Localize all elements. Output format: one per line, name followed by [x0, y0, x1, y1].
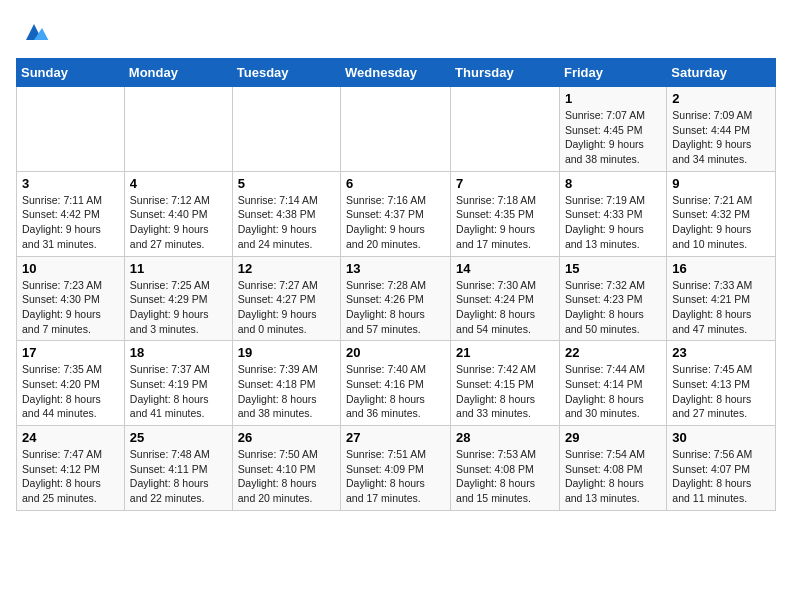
day-cell: 2Sunrise: 7:09 AMSunset: 4:44 PMDaylight…: [667, 87, 776, 172]
day-info: Sunrise: 7:44 AMSunset: 4:14 PMDaylight:…: [565, 362, 661, 421]
day-cell: 27Sunrise: 7:51 AMSunset: 4:09 PMDayligh…: [341, 426, 451, 511]
day-cell: [232, 87, 340, 172]
day-info: Sunrise: 7:16 AMSunset: 4:37 PMDaylight:…: [346, 193, 445, 252]
day-cell: 14Sunrise: 7:30 AMSunset: 4:24 PMDayligh…: [451, 256, 560, 341]
day-info: Sunrise: 7:33 AMSunset: 4:21 PMDaylight:…: [672, 278, 770, 337]
day-info: Sunrise: 7:32 AMSunset: 4:23 PMDaylight:…: [565, 278, 661, 337]
day-cell: 6Sunrise: 7:16 AMSunset: 4:37 PMDaylight…: [341, 171, 451, 256]
day-cell: [124, 87, 232, 172]
day-info: Sunrise: 7:35 AMSunset: 4:20 PMDaylight:…: [22, 362, 119, 421]
weekday-header-saturday: Saturday: [667, 59, 776, 87]
day-info: Sunrise: 7:28 AMSunset: 4:26 PMDaylight:…: [346, 278, 445, 337]
day-cell: [17, 87, 125, 172]
day-number: 7: [456, 176, 554, 191]
day-number: 28: [456, 430, 554, 445]
day-info: Sunrise: 7:21 AMSunset: 4:32 PMDaylight:…: [672, 193, 770, 252]
day-info: Sunrise: 7:45 AMSunset: 4:13 PMDaylight:…: [672, 362, 770, 421]
day-cell: 7Sunrise: 7:18 AMSunset: 4:35 PMDaylight…: [451, 171, 560, 256]
day-cell: 9Sunrise: 7:21 AMSunset: 4:32 PMDaylight…: [667, 171, 776, 256]
day-number: 8: [565, 176, 661, 191]
weekday-header-sunday: Sunday: [17, 59, 125, 87]
day-number: 15: [565, 261, 661, 276]
day-number: 30: [672, 430, 770, 445]
day-cell: 5Sunrise: 7:14 AMSunset: 4:38 PMDaylight…: [232, 171, 340, 256]
day-info: Sunrise: 7:07 AMSunset: 4:45 PMDaylight:…: [565, 108, 661, 167]
day-info: Sunrise: 7:11 AMSunset: 4:42 PMDaylight:…: [22, 193, 119, 252]
day-number: 12: [238, 261, 335, 276]
day-cell: 13Sunrise: 7:28 AMSunset: 4:26 PMDayligh…: [341, 256, 451, 341]
day-number: 1: [565, 91, 661, 106]
day-info: Sunrise: 7:42 AMSunset: 4:15 PMDaylight:…: [456, 362, 554, 421]
week-row-5: 24Sunrise: 7:47 AMSunset: 4:12 PMDayligh…: [17, 426, 776, 511]
week-row-3: 10Sunrise: 7:23 AMSunset: 4:30 PMDayligh…: [17, 256, 776, 341]
day-info: Sunrise: 7:54 AMSunset: 4:08 PMDaylight:…: [565, 447, 661, 506]
day-number: 23: [672, 345, 770, 360]
day-info: Sunrise: 7:51 AMSunset: 4:09 PMDaylight:…: [346, 447, 445, 506]
weekday-header-row: SundayMondayTuesdayWednesdayThursdayFrid…: [17, 59, 776, 87]
weekday-header-monday: Monday: [124, 59, 232, 87]
day-number: 14: [456, 261, 554, 276]
day-number: 20: [346, 345, 445, 360]
calendar-table: SundayMondayTuesdayWednesdayThursdayFrid…: [16, 58, 776, 511]
day-info: Sunrise: 7:48 AMSunset: 4:11 PMDaylight:…: [130, 447, 227, 506]
day-number: 13: [346, 261, 445, 276]
logo-icon: [18, 16, 50, 48]
day-cell: 18Sunrise: 7:37 AMSunset: 4:19 PMDayligh…: [124, 341, 232, 426]
day-cell: 8Sunrise: 7:19 AMSunset: 4:33 PMDaylight…: [559, 171, 666, 256]
day-info: Sunrise: 7:30 AMSunset: 4:24 PMDaylight:…: [456, 278, 554, 337]
day-cell: 15Sunrise: 7:32 AMSunset: 4:23 PMDayligh…: [559, 256, 666, 341]
day-info: Sunrise: 7:25 AMSunset: 4:29 PMDaylight:…: [130, 278, 227, 337]
day-info: Sunrise: 7:19 AMSunset: 4:33 PMDaylight:…: [565, 193, 661, 252]
day-info: Sunrise: 7:40 AMSunset: 4:16 PMDaylight:…: [346, 362, 445, 421]
day-cell: 25Sunrise: 7:48 AMSunset: 4:11 PMDayligh…: [124, 426, 232, 511]
day-info: Sunrise: 7:09 AMSunset: 4:44 PMDaylight:…: [672, 108, 770, 167]
weekday-header-wednesday: Wednesday: [341, 59, 451, 87]
day-cell: 20Sunrise: 7:40 AMSunset: 4:16 PMDayligh…: [341, 341, 451, 426]
day-info: Sunrise: 7:53 AMSunset: 4:08 PMDaylight:…: [456, 447, 554, 506]
day-cell: 19Sunrise: 7:39 AMSunset: 4:18 PMDayligh…: [232, 341, 340, 426]
weekday-header-thursday: Thursday: [451, 59, 560, 87]
weekday-header-friday: Friday: [559, 59, 666, 87]
day-number: 4: [130, 176, 227, 191]
day-number: 2: [672, 91, 770, 106]
day-number: 6: [346, 176, 445, 191]
day-cell: 30Sunrise: 7:56 AMSunset: 4:07 PMDayligh…: [667, 426, 776, 511]
day-number: 19: [238, 345, 335, 360]
week-row-1: 1Sunrise: 7:07 AMSunset: 4:45 PMDaylight…: [17, 87, 776, 172]
day-info: Sunrise: 7:50 AMSunset: 4:10 PMDaylight:…: [238, 447, 335, 506]
day-number: 5: [238, 176, 335, 191]
day-cell: 22Sunrise: 7:44 AMSunset: 4:14 PMDayligh…: [559, 341, 666, 426]
day-cell: [451, 87, 560, 172]
day-number: 25: [130, 430, 227, 445]
day-cell: 11Sunrise: 7:25 AMSunset: 4:29 PMDayligh…: [124, 256, 232, 341]
day-cell: 16Sunrise: 7:33 AMSunset: 4:21 PMDayligh…: [667, 256, 776, 341]
day-number: 17: [22, 345, 119, 360]
day-cell: 23Sunrise: 7:45 AMSunset: 4:13 PMDayligh…: [667, 341, 776, 426]
day-info: Sunrise: 7:27 AMSunset: 4:27 PMDaylight:…: [238, 278, 335, 337]
week-row-2: 3Sunrise: 7:11 AMSunset: 4:42 PMDaylight…: [17, 171, 776, 256]
day-cell: 29Sunrise: 7:54 AMSunset: 4:08 PMDayligh…: [559, 426, 666, 511]
day-cell: 26Sunrise: 7:50 AMSunset: 4:10 PMDayligh…: [232, 426, 340, 511]
day-info: Sunrise: 7:23 AMSunset: 4:30 PMDaylight:…: [22, 278, 119, 337]
day-number: 9: [672, 176, 770, 191]
day-cell: 10Sunrise: 7:23 AMSunset: 4:30 PMDayligh…: [17, 256, 125, 341]
week-row-4: 17Sunrise: 7:35 AMSunset: 4:20 PMDayligh…: [17, 341, 776, 426]
day-info: Sunrise: 7:56 AMSunset: 4:07 PMDaylight:…: [672, 447, 770, 506]
day-info: Sunrise: 7:12 AMSunset: 4:40 PMDaylight:…: [130, 193, 227, 252]
day-number: 29: [565, 430, 661, 445]
day-info: Sunrise: 7:18 AMSunset: 4:35 PMDaylight:…: [456, 193, 554, 252]
day-cell: 1Sunrise: 7:07 AMSunset: 4:45 PMDaylight…: [559, 87, 666, 172]
day-info: Sunrise: 7:37 AMSunset: 4:19 PMDaylight:…: [130, 362, 227, 421]
day-number: 18: [130, 345, 227, 360]
day-number: 10: [22, 261, 119, 276]
day-info: Sunrise: 7:39 AMSunset: 4:18 PMDaylight:…: [238, 362, 335, 421]
day-cell: 21Sunrise: 7:42 AMSunset: 4:15 PMDayligh…: [451, 341, 560, 426]
day-cell: 24Sunrise: 7:47 AMSunset: 4:12 PMDayligh…: [17, 426, 125, 511]
day-number: 27: [346, 430, 445, 445]
day-number: 26: [238, 430, 335, 445]
day-info: Sunrise: 7:14 AMSunset: 4:38 PMDaylight:…: [238, 193, 335, 252]
day-cell: 3Sunrise: 7:11 AMSunset: 4:42 PMDaylight…: [17, 171, 125, 256]
weekday-header-tuesday: Tuesday: [232, 59, 340, 87]
day-number: 11: [130, 261, 227, 276]
day-number: 16: [672, 261, 770, 276]
